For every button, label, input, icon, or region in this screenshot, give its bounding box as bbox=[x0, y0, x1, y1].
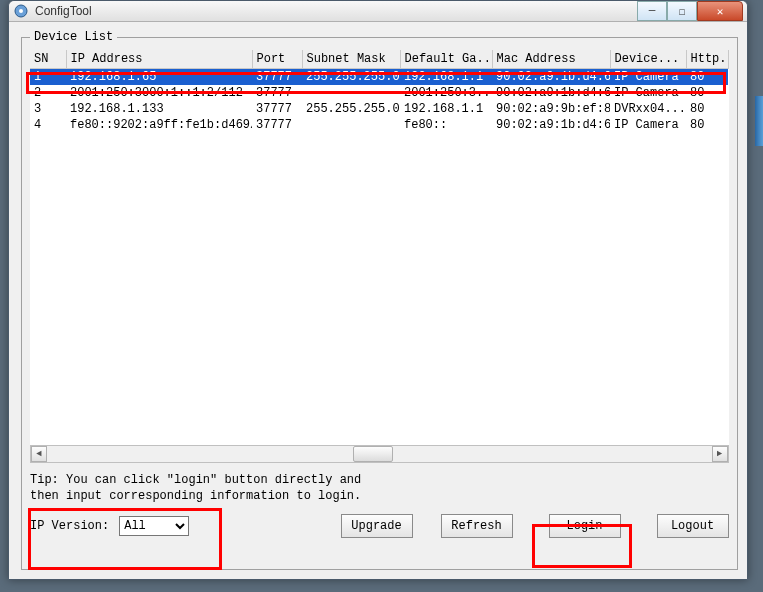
cell-gateway: 2001:250:3... bbox=[400, 85, 492, 101]
cell-gateway: 192.168.1.1 bbox=[400, 101, 492, 117]
device-table: SN IP Address Port Subnet Mask Default G… bbox=[30, 50, 729, 133]
device-list-group: Device List SN IP Address Port Subnet Ma… bbox=[21, 30, 738, 570]
col-device[interactable]: Device... bbox=[610, 50, 686, 69]
cell-ip: 192.168.1.133 bbox=[66, 101, 252, 117]
device-table-container: SN IP Address Port Subnet Mask Default G… bbox=[30, 50, 729, 445]
cell-port: 37777 bbox=[252, 69, 302, 86]
cell-subnet bbox=[302, 117, 400, 133]
scroll-track[interactable] bbox=[47, 446, 712, 462]
cell-device: IP Camera bbox=[610, 85, 686, 101]
close-button[interactable]: ✕ bbox=[697, 1, 743, 21]
cell-gateway: 192.168.1.1 bbox=[400, 69, 492, 86]
minimize-button[interactable]: ─ bbox=[637, 1, 667, 21]
col-subnet[interactable]: Subnet Mask bbox=[302, 50, 400, 69]
table-row[interactable]: 4fe80::9202:a9ff:fe1b:d469/6437777fe80::… bbox=[30, 117, 728, 133]
cell-port: 37777 bbox=[252, 117, 302, 133]
upgrade-button[interactable]: Upgrade bbox=[341, 514, 413, 538]
cell-sn: 2 bbox=[30, 85, 66, 101]
table-row[interactable]: 3192.168.1.13337777255.255.255.0192.168.… bbox=[30, 101, 728, 117]
scroll-right-arrow[interactable]: ► bbox=[712, 446, 728, 462]
cell-sn: 1 bbox=[30, 69, 66, 86]
col-http[interactable]: Http... bbox=[686, 50, 728, 69]
maximize-button[interactable]: ☐ bbox=[667, 1, 697, 21]
col-sn[interactable]: SN bbox=[30, 50, 66, 69]
cell-gateway: fe80:: bbox=[400, 117, 492, 133]
cell-device: IP Camera bbox=[610, 117, 686, 133]
cell-sn: 3 bbox=[30, 101, 66, 117]
cell-subnet: 255.255.255.0 bbox=[302, 69, 400, 86]
cell-port: 37777 bbox=[252, 101, 302, 117]
window-title: ConfigTool bbox=[35, 4, 637, 18]
cell-subnet: 255.255.255.0 bbox=[302, 101, 400, 117]
ipversion-label: IP Version: bbox=[30, 519, 109, 533]
app-icon bbox=[13, 3, 29, 19]
cell-ip: fe80::9202:a9ff:fe1b:d469/64 bbox=[66, 117, 252, 133]
col-port[interactable]: Port bbox=[252, 50, 302, 69]
device-list-legend: Device List bbox=[30, 30, 117, 44]
col-ip[interactable]: IP Address bbox=[66, 50, 252, 69]
cell-mac: 90:02:a9:1b:d4:69 bbox=[492, 85, 610, 101]
cell-mac: 90:02:a9:9b:ef:85 bbox=[492, 101, 610, 117]
refresh-button[interactable]: Refresh bbox=[441, 514, 513, 538]
cell-http: 80 bbox=[686, 117, 728, 133]
svg-point-1 bbox=[19, 9, 23, 13]
client-area: Device List SN IP Address Port Subnet Ma… bbox=[9, 22, 747, 586]
col-mac[interactable]: Mac Address bbox=[492, 50, 610, 69]
cell-http: 80 bbox=[686, 69, 728, 86]
cell-port: 37777 bbox=[252, 85, 302, 101]
col-gateway[interactable]: Default Ga... bbox=[400, 50, 492, 69]
ipversion-select[interactable]: AllIPv4IPv6 bbox=[119, 516, 189, 536]
table-row[interactable]: 1192.168.1.6537777255.255.255.0192.168.1… bbox=[30, 69, 728, 86]
logout-button[interactable]: Logout bbox=[657, 514, 729, 538]
cell-device: DVRxx04... bbox=[610, 101, 686, 117]
horizontal-scrollbar[interactable]: ◄ ► bbox=[30, 445, 729, 463]
cell-http: 80 bbox=[686, 101, 728, 117]
titlebar[interactable]: ConfigTool ─ ☐ ✕ bbox=[9, 1, 747, 22]
table-header-row[interactable]: SN IP Address Port Subnet Mask Default G… bbox=[30, 50, 728, 69]
cell-subnet bbox=[302, 85, 400, 101]
cell-sn: 4 bbox=[30, 117, 66, 133]
cell-ip: 2001:250:3000:1::1:2/112 bbox=[66, 85, 252, 101]
login-button[interactable]: Login bbox=[549, 514, 621, 538]
cell-mac: 90:02:a9:1b:d4:69 bbox=[492, 117, 610, 133]
main-window: ConfigTool ─ ☐ ✕ Device List SN bbox=[8, 0, 748, 580]
table-row[interactable]: 22001:250:3000:1::1:2/112377772001:250:3… bbox=[30, 85, 728, 101]
bottom-controls: IP Version: AllIPv4IPv6 Upgrade Refresh … bbox=[30, 514, 729, 538]
scroll-thumb[interactable] bbox=[353, 446, 393, 462]
tip-text: Tip: You can click "login" button direct… bbox=[30, 473, 729, 504]
cell-device: IP Camera bbox=[610, 69, 686, 86]
background-accent bbox=[755, 96, 763, 146]
cell-mac: 90:02:a9:1b:d4:69 bbox=[492, 69, 610, 86]
cell-ip: 192.168.1.65 bbox=[66, 69, 252, 86]
scroll-left-arrow[interactable]: ◄ bbox=[31, 446, 47, 462]
cell-http: 80 bbox=[686, 85, 728, 101]
